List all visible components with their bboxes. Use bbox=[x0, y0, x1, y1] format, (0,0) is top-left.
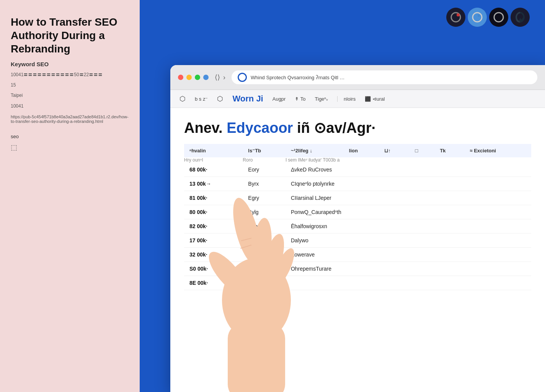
sub-header-3: I sem IMeʸ iludyaʳ T003b a bbox=[286, 157, 531, 163]
browser-toolbar: ⬡ b s z⁻ ⬡ Worn Ji Augpr ↟ To Tigeⁿᵥ nlo… bbox=[170, 90, 545, 108]
toolbar-home[interactable]: ⬡ bbox=[179, 95, 186, 103]
nav-forward[interactable]: › bbox=[223, 74, 225, 82]
cell-vol-1: 68 00k· bbox=[184, 163, 243, 177]
toolbar-tigenv[interactable]: Tigeⁿᵥ bbox=[315, 96, 328, 102]
toolbar-share[interactable]: ⬡ bbox=[217, 95, 223, 103]
traffic-lights bbox=[178, 75, 209, 80]
col-header-2: ls⁻Tb bbox=[243, 144, 286, 157]
cell-vol-5: 82 00k· bbox=[184, 219, 243, 233]
top-icons bbox=[446, 8, 530, 27]
cell-col2-8: Nillv bbox=[243, 261, 286, 276]
cell-col2-7: Bory bbox=[243, 247, 286, 261]
browser-window: ⟨⟩ › Whind Sprotech Qvsarroxing ʔrnats Q… bbox=[170, 65, 545, 392]
top-icon-3 bbox=[489, 8, 508, 27]
toolbar-wormdi[interactable]: Worn Ji bbox=[232, 94, 263, 104]
toolbar-augpr[interactable]: Augpr bbox=[272, 96, 286, 102]
cell-vol-4: 80 00k· bbox=[184, 205, 243, 219]
cell-col3-8: OhrepemsTurare bbox=[286, 261, 531, 276]
table-row: 17 00k· Rylg Dalywo bbox=[184, 233, 531, 247]
svg-point-4 bbox=[494, 13, 503, 22]
table-row: 80 00k· Bylg PonwQ_Caurapedⁿth bbox=[184, 205, 531, 219]
sidebar-icon: ⬚ bbox=[11, 143, 129, 152]
sidebar: How to Transfer SEO Authority During a R… bbox=[0, 0, 140, 392]
table-row: S0 00k· Nillv OhrepemsTurare bbox=[184, 261, 531, 276]
cell-col3-6: Dalywo bbox=[286, 233, 531, 247]
sidebar-meta-line1: 10041〓〓〓〓〓〓〓〓〓〓〓50〓22〓〓〓 bbox=[11, 71, 129, 78]
cell-vol-8: S0 00k· bbox=[184, 261, 243, 276]
cell-vol-3: 81 00k· bbox=[184, 191, 243, 205]
svg-point-3 bbox=[478, 15, 480, 17]
toolbar-ta[interactable]: ↟ To bbox=[295, 96, 305, 102]
browser-nav: ⟨⟩ › bbox=[215, 73, 225, 82]
cell-col3-2: CIqneⁿlo ptolynrke bbox=[286, 176, 531, 191]
col-header-4: lion bbox=[344, 144, 379, 157]
table-row: 82 00k· Bury Ēhalfowigrosxn bbox=[184, 219, 531, 233]
extra-button[interactable] bbox=[203, 75, 209, 80]
cell-vol-9: 8E 00k· bbox=[184, 276, 243, 290]
content-title: Anev. Edycaoor iñ ⊙av/Agr· bbox=[184, 120, 531, 136]
cell-vol-2: 13 00k→ bbox=[184, 176, 243, 191]
nav-back[interactable]: ⟨⟩ bbox=[215, 73, 220, 82]
sidebar-tag: seo bbox=[11, 134, 129, 139]
cell-col3-3: CIIarsinal LJeper bbox=[286, 191, 531, 205]
cell-col2-6: Rylg bbox=[243, 233, 286, 247]
sidebar-subtitle: Keyword SEO bbox=[11, 61, 129, 67]
main-area: ⟨⟩ › Whind Sprotech Qvsarroxing ʔrnats Q… bbox=[140, 0, 545, 392]
table-row: 8E 00k· bbox=[184, 276, 531, 290]
cell-col2-2: Byrx bbox=[243, 176, 286, 191]
data-table: ⁿhvalin ls⁻Tb ~¹2lifeg ↓ lion ⊔↑ □ Tk ≈ … bbox=[184, 144, 531, 290]
toolbar-nloirs[interactable]: nloirs bbox=[337, 96, 356, 102]
table-row: 81 00k· Egry CIIarsinal LJeper bbox=[184, 191, 531, 205]
cell-col3-7: Eowerave bbox=[286, 247, 531, 261]
sidebar-meta-line2: 15 bbox=[11, 82, 129, 89]
svg-point-2 bbox=[473, 13, 482, 22]
content-title-rest: iñ ⊙av/Agr· bbox=[293, 120, 375, 136]
table-row: 32 00k· Bory Eowerave bbox=[184, 247, 531, 261]
cell-col3-9 bbox=[286, 276, 531, 290]
cell-col3-1: ΔvkeD RuCroves bbox=[286, 163, 531, 177]
sub-header-1: Hry ounⁿI bbox=[184, 157, 243, 163]
cell-col2-4: Bylg bbox=[243, 205, 286, 219]
cell-col3-4: PonwQ_Caurapedⁿth bbox=[286, 205, 531, 219]
browser-chrome: ⟨⟩ › Whind Sprotech Qvsarroxing ʔrnats Q… bbox=[170, 65, 545, 90]
cell-col2-9 bbox=[243, 276, 286, 290]
sidebar-meta-line4: 10041 bbox=[11, 103, 129, 110]
close-button[interactable] bbox=[178, 75, 183, 80]
table-body: 68 00k· Eory ΔvkeD RuCroves 13 00k→ Byrx… bbox=[184, 163, 531, 290]
col-header-1: ⁿhvalin bbox=[184, 144, 243, 157]
sidebar-title: How to Transfer SEO Authority During a R… bbox=[11, 15, 129, 56]
table-row: 13 00k→ Byrx CIqneⁿlo ptolynrke bbox=[184, 176, 531, 191]
table-header: ⁿhvalin ls⁻Tb ~¹2lifeg ↓ lion ⊔↑ □ Tk ≈ … bbox=[184, 144, 531, 163]
cell-col2-3: Egry bbox=[243, 191, 286, 205]
top-icon-1 bbox=[446, 8, 465, 27]
url-icon bbox=[238, 73, 247, 82]
svg-point-1 bbox=[457, 13, 460, 16]
content-title-plain: Anev. bbox=[184, 120, 227, 136]
cell-col2-1: Eory bbox=[243, 163, 286, 177]
col-header-3: ~¹2lifeg ↓ bbox=[286, 144, 344, 157]
minimize-button[interactable] bbox=[186, 75, 192, 80]
top-icon-2 bbox=[468, 8, 487, 27]
sub-header-2: Roro bbox=[243, 157, 286, 163]
top-icon-4 bbox=[511, 8, 530, 27]
sidebar-url: https://pub-5c454f571b8e40a3a2aad27ade84… bbox=[11, 114, 129, 124]
table-row: 68 00k· Eory ΔvkeD RuCroves bbox=[184, 163, 531, 177]
col-header-5: ⊔↑ bbox=[379, 144, 410, 157]
col-header-6: □ bbox=[410, 144, 435, 157]
sidebar-meta-line3: Taipei bbox=[11, 92, 129, 99]
maximize-button[interactable] bbox=[195, 75, 200, 80]
cell-vol-6: 17 00k· bbox=[184, 233, 243, 247]
url-bar[interactable]: Whind Sprotech Qvsarroxing ʔrnats Qitl … bbox=[232, 70, 537, 84]
browser-content: Anev. Edycaoor iñ ⊙av/Agr· ⁿhvalin ls⁻Tb… bbox=[170, 108, 545, 392]
col-header-7: Tk bbox=[434, 144, 464, 157]
toolbar-item-bsz[interactable]: b s z⁻ bbox=[195, 96, 208, 102]
cell-col3-5: Ēhalfowigrosxn bbox=[286, 219, 531, 233]
col-header-8: ≈ Excietoni bbox=[464, 144, 531, 157]
cell-col2-5: Bury bbox=[243, 219, 286, 233]
cell-vol-7: 32 00k· bbox=[184, 247, 243, 261]
toolbar-ural[interactable]: ⬛ ⊲ural bbox=[365, 96, 385, 102]
url-text: Whind Sprotech Qvsarroxing ʔrnats Qitl … bbox=[251, 75, 344, 80]
content-title-blue: Edycaoor bbox=[227, 120, 293, 136]
